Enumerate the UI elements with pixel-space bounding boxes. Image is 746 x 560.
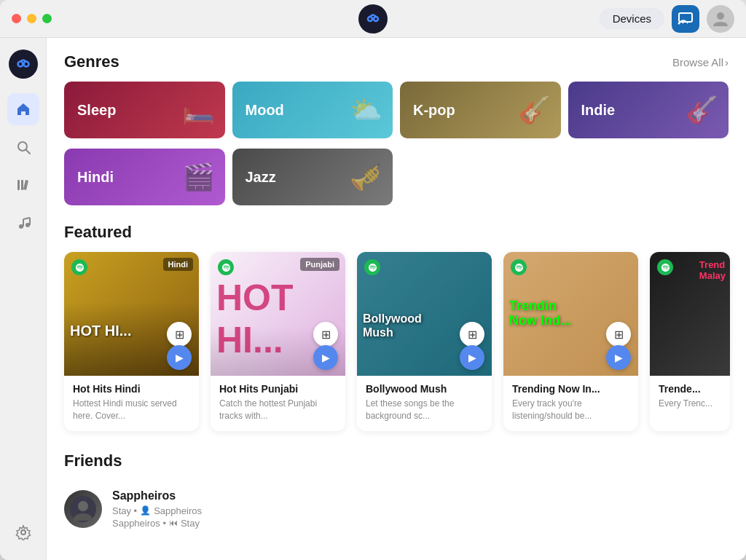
spotify-icon-trende xyxy=(657,259,673,275)
featured-card-img-trende: TrendMalay xyxy=(650,252,730,376)
browse-all-button[interactable]: Browse All › xyxy=(672,56,729,68)
friend-name-sappheiros: Sappheiros xyxy=(112,489,202,502)
featured-card-info-trending: Trending Now In... Every track you're li… xyxy=(503,376,638,431)
genre-label-indie: Indie xyxy=(581,102,616,119)
friend-avatar-sappheiros xyxy=(64,490,102,528)
featured-card-title-trende: Trende... xyxy=(659,383,721,395)
main-layout: Genres Browse All › Sleep 🛏️ Mood ⛅ K-po… xyxy=(0,38,746,560)
friend-activity-row2: Sappheiros • ⏮ Stay xyxy=(112,518,202,529)
genres-title: Genres xyxy=(64,52,119,71)
add-to-library-btn[interactable]: ⊞ xyxy=(167,322,192,347)
featured-card-hot-hits-punjabi[interactable]: HOT HI... Punjabi ⊞ ▶ Hot Hits Punjabi xyxy=(211,252,345,431)
titlebar: Devices xyxy=(0,0,746,38)
friends-section-header: Friends xyxy=(64,451,729,470)
svg-rect-10 xyxy=(21,180,23,190)
svg-point-6 xyxy=(23,62,28,67)
sidebar-item-library[interactable] xyxy=(7,169,39,201)
sidebar-logo xyxy=(9,50,38,79)
featured-card-hot-hits-hindi[interactable]: HOT HI... Hindi ⊞ ▶ Hot Hits Hindi xyxy=(64,252,199,431)
play-btn-bollywood[interactable]: ▶ xyxy=(460,345,484,370)
sidebar-item-notes[interactable] xyxy=(7,207,39,239)
genre-icon-jazz: 🎺 xyxy=(350,162,382,192)
genre-card-indie[interactable]: Indie 🎸 xyxy=(568,82,729,138)
friend-activity-row1: Stay • 👤 Sappheiros xyxy=(112,505,202,516)
genre-icon-sleep: 🛏️ xyxy=(182,95,215,125)
spotify-icon-punjabi xyxy=(218,259,234,275)
featured-card-desc-hindi: Hottest Hindi music served here. Cover..… xyxy=(73,398,190,422)
svg-point-18 xyxy=(78,501,88,511)
sidebar xyxy=(0,38,47,560)
genre-card-jazz[interactable]: Jazz 🎺 xyxy=(232,149,393,205)
app-window: Devices xyxy=(0,0,746,560)
play-btn[interactable]: ▶ xyxy=(167,345,192,370)
featured-card-title-bollywood: Bollywood Mush xyxy=(366,383,483,395)
featured-scroll: HOT HI... Hindi ⊞ ▶ Hot Hits Hindi xyxy=(64,252,729,431)
play-btn-punjabi[interactable]: ▶ xyxy=(313,345,338,370)
featured-card-title-punjabi: Hot Hits Punjabi xyxy=(219,383,337,395)
featured-card-trending-now[interactable]: TrendinNow Ind... ⊞ ▶ Trending Now In...… xyxy=(503,252,638,431)
minimize-button[interactable] xyxy=(27,14,36,23)
genre-icon-mood: ⛅ xyxy=(350,95,382,125)
add-to-library-btn-trending[interactable]: ⊞ xyxy=(606,322,631,347)
featured-card-title-trending: Trending Now In... xyxy=(512,383,629,395)
featured-card-info-hindi: Hot Hits Hindi Hottest Hindi music serve… xyxy=(64,376,199,431)
settings-button[interactable] xyxy=(7,516,39,548)
genre-label-kpop: K-pop xyxy=(413,102,455,119)
spotify-icon-trending xyxy=(511,259,527,275)
maximize-button[interactable] xyxy=(42,14,52,23)
featured-card-info-bollywood: Bollywood Mush Let these songs be the ba… xyxy=(357,376,492,431)
sidebar-item-home[interactable] xyxy=(7,93,39,125)
devices-label: Devices xyxy=(613,12,651,25)
friends-title: Friends xyxy=(64,451,122,470)
genre-icon-hindi: 🎬 xyxy=(182,162,215,192)
cast-icon-button[interactable] xyxy=(672,5,699,33)
genres-section-header: Genres Browse All › xyxy=(64,52,729,71)
play-btn-trending[interactable]: ▶ xyxy=(606,345,631,370)
close-button[interactable] xyxy=(12,14,21,23)
add-to-library-btn-bollywood[interactable]: ⊞ xyxy=(460,322,484,347)
devices-button[interactable]: Devices xyxy=(600,8,664,29)
titlebar-app-icon xyxy=(358,4,388,33)
svg-rect-9 xyxy=(17,180,20,190)
tag-punjabi: Punjabi xyxy=(300,258,339,271)
content-area: Genres Browse All › Sleep 🛏️ Mood ⛅ K-po… xyxy=(47,38,746,560)
genre-label-hindi: Hindi xyxy=(77,169,114,186)
svg-point-5 xyxy=(17,62,23,67)
featured-card-desc-bollywood: Let these songs be the background sc... xyxy=(366,398,483,422)
genre-card-kpop[interactable]: K-pop 🎸 xyxy=(400,82,561,138)
friend-item-sappheiros[interactable]: Sappheiros Stay • 👤 Sappheiros Sappheiro… xyxy=(64,481,729,537)
spotify-icon-bollywood xyxy=(364,259,380,275)
browse-all-label: Browse All xyxy=(672,56,723,68)
featured-section-header: Featured xyxy=(64,223,729,242)
genre-card-hindi[interactable]: Hindi 🎬 xyxy=(64,149,225,205)
repeat-icon: ⏮ xyxy=(169,518,178,528)
genre-label-mood: Mood xyxy=(246,102,284,119)
featured-card-trende-malay[interactable]: TrendMalay Trende... Every Trenc... xyxy=(650,252,730,431)
featured-card-info-punjabi: Hot Hits Punjabi Catch the hottest Punja… xyxy=(211,376,345,431)
genre-icon-kpop: 🎸 xyxy=(518,95,551,125)
chevron-right-icon: › xyxy=(725,56,729,68)
add-to-library-btn-punjabi[interactable]: ⊞ xyxy=(313,322,338,347)
featured-card-img-hindi: HOT HI... Hindi ⊞ ▶ xyxy=(64,252,199,376)
friend-activity-sappheiros: Stay • 👤 Sappheiros Sappheiros • ⏮ Stay xyxy=(112,505,202,529)
titlebar-right: Devices xyxy=(600,5,734,33)
genre-label-sleep: Sleep xyxy=(77,102,116,119)
user-avatar[interactable] xyxy=(707,5,734,33)
svg-point-16 xyxy=(21,530,25,535)
featured-card-desc-trende: Every Trenc... xyxy=(659,398,721,410)
featured-card-info-trende: Trende... Every Trenc... xyxy=(650,376,730,419)
tag-hindi: Hindi xyxy=(163,258,194,271)
svg-point-0 xyxy=(368,17,372,21)
genres-grid-row1: Sleep 🛏️ Mood ⛅ K-pop 🎸 Indie 🎸 xyxy=(64,82,729,138)
svg-point-4 xyxy=(717,12,724,20)
genre-card-mood[interactable]: Mood ⛅ xyxy=(232,82,393,138)
featured-title: Featured xyxy=(64,223,132,242)
traffic-lights xyxy=(12,14,52,23)
app-logo xyxy=(358,4,388,33)
genre-label-jazz: Jazz xyxy=(246,169,276,186)
genre-card-sleep[interactable]: Sleep 🛏️ xyxy=(64,82,225,138)
featured-card-bollywood-mush[interactable]: BollywoodMush ⊞ ▶ Bollywood Mush Let the… xyxy=(357,252,492,431)
featured-card-title-hindi: Hot Hits Hindi xyxy=(73,383,190,395)
sidebar-item-search[interactable] xyxy=(7,131,39,163)
svg-point-7 xyxy=(18,142,27,151)
